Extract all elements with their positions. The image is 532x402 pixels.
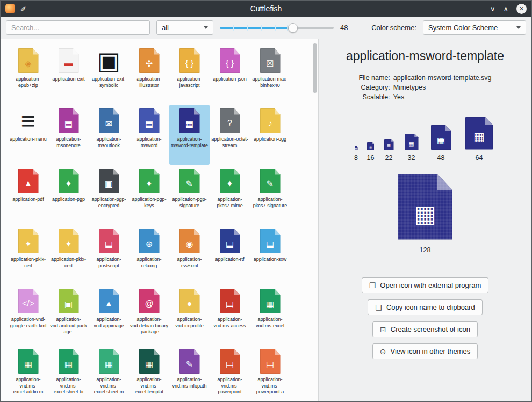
search-input[interactable] <box>6 20 150 35</box>
glyph-icon: ▤ <box>220 294 240 313</box>
icon-label: application-pgp <box>49 196 88 203</box>
icon-grid-item[interactable]: ▦application-vnd.ms-excel <box>250 285 290 345</box>
mimetype-icon: ▤ <box>56 108 82 134</box>
copy-button[interactable]: ❏Copy icon name to clipboard <box>368 299 482 315</box>
icon-grid-item[interactable]: ▦application-msword-template <box>169 105 210 165</box>
mimetype-icon: ▣ <box>96 48 122 74</box>
scrollbar-thumb[interactable] <box>313 43 317 93</box>
document-shape: ▤ <box>220 289 240 313</box>
mimetype-icon: </> <box>16 288 41 314</box>
icon-grid-item[interactable]: </>application-vnd-google-earth-kml <box>8 285 48 345</box>
icon-grid-item[interactable]: ▤application-rtf <box>210 225 250 285</box>
icon-grid-item[interactable]: ▣application-exit-symbolic <box>89 45 129 105</box>
icon-label: application-relaxng <box>130 257 169 269</box>
icon-grid-item[interactable]: ▤application-vnd.ms-access <box>210 285 250 345</box>
mimetype-icon: ▣ <box>96 168 122 194</box>
slider-fill <box>220 27 293 29</box>
color-scheme-dropdown[interactable]: System Color Scheme <box>423 20 526 35</box>
icon-grid-item[interactable]: ✎application-pkcs7-signature <box>250 165 290 225</box>
mimetype-icon: ▬ <box>56 48 82 74</box>
size-preview-8: ▦8 <box>354 146 358 162</box>
preview-icon: ▦ <box>354 146 358 150</box>
icon-label: application-vnd.android.package- <box>49 317 88 335</box>
icon-grid-item[interactable]: ✦application-pkcs7-mime <box>210 165 250 225</box>
icon-grid-item[interactable]: ▤application-msword <box>129 105 169 165</box>
icon-grid-item[interactable]: ▤application-msonenote <box>48 105 89 165</box>
icon-grid-item[interactable]: ☒application-mac-binhex40 <box>250 45 290 105</box>
glyph-icon: ▦ <box>367 144 374 150</box>
mimetype-icon: ✦ <box>56 168 82 194</box>
glyph-icon: @ <box>139 294 160 313</box>
icon-grid-item[interactable]: ▦application-vnd.ms-excel.sheet.m <box>89 345 129 401</box>
icon-grid-item[interactable]: ✎application-vnd.ms-infopath <box>169 345 210 401</box>
document-shape: ▦ <box>398 174 452 240</box>
icon-grid-item[interactable]: ◈application-epub+zip <box>8 45 48 105</box>
icon-grid-item[interactable]: ✦application-pkix-cert <box>48 225 89 285</box>
shade-button[interactable]: ∨ <box>490 5 495 12</box>
mimetype-icon: ≡ <box>16 108 41 134</box>
size-slider[interactable] <box>220 20 334 35</box>
icon-label: application-vnd.ms-powerpoint <box>211 377 249 396</box>
close-icon[interactable]: ✕ <box>516 4 527 14</box>
icon-grid-item[interactable]: { }application-json <box>210 45 250 105</box>
icon-label: application-octet-stream <box>211 136 249 149</box>
icon-grid-item[interactable]: ◉application-rss+xml <box>169 225 210 285</box>
document-shape: ▦ <box>59 349 79 374</box>
icon-grid-item[interactable]: ▲application-pdf <box>8 165 48 225</box>
slider-handle[interactable] <box>288 23 298 33</box>
icon-grid-item[interactable]: ▣application-pgp-encrypted <box>89 165 129 225</box>
icon-grid-item[interactable]: ✉application-msoutlook <box>89 105 129 165</box>
document-shape: ▦ <box>431 125 451 150</box>
folder-open-button[interactable]: ❐Open icon with external program <box>362 277 488 293</box>
icon-grid-item[interactable]: ▣application-vnd.android.package- <box>48 285 89 345</box>
slider-tick <box>275 25 276 31</box>
icon-grid-item[interactable]: ✣application-illustrator <box>129 45 169 105</box>
mimetype-icon: ▦ <box>56 348 82 374</box>
titlebar[interactable]: ✎ Cuttlefish ∨ ∧ ✕ <box>1 1 531 17</box>
document-shape: ● <box>179 289 200 313</box>
icon-grid-item[interactable]: ⊕application-relaxng <box>129 225 169 285</box>
icon-grid-item[interactable]: @application-vnd.debian.binary-package <box>129 285 169 345</box>
document-shape: ✣ <box>139 48 160 73</box>
pin-icon[interactable]: ✎ <box>19 6 27 12</box>
icon-grid-item[interactable]: ✦application-pkix-cerl <box>8 225 48 285</box>
view-themes-button[interactable]: ⊙View icon in other themes <box>372 343 478 359</box>
icon-grid-item[interactable]: ≡application-menu <box>8 105 48 165</box>
mimetype-icon: ▦ <box>257 288 283 314</box>
icon-grid-item[interactable]: ●application-vnd.iccprofile <box>169 285 210 345</box>
mimetype-icon: ✦ <box>56 228 82 254</box>
icon-grid-item[interactable]: ✦application-pgp <box>48 165 89 225</box>
icon-grid-item[interactable]: ▬application-exit <box>48 45 89 105</box>
field-value: Yes <box>393 93 492 101</box>
icon-grid-item[interactable]: ▦application-vnd.ms-excel.templat <box>129 345 169 401</box>
mimetype-icon: ◉ <box>177 228 203 254</box>
icon-grid-item[interactable]: ▤application-vnd.ms-powerpoint.a <box>250 345 290 401</box>
icon-grid-item[interactable]: ✎application-pgp-signature <box>169 165 210 225</box>
icon-label: application-vnd.ms-excel.sheet.m <box>90 377 128 396</box>
icon-grid-item[interactable]: { }application-javascript <box>169 45 210 105</box>
category-dropdown[interactable]: all <box>156 20 213 35</box>
mimetype-icon: ◈ <box>16 48 41 74</box>
document-shape: ▤ <box>220 349 240 374</box>
icon-grid-item[interactable]: ▤application-vnd.ms-powerpoint <box>210 345 250 401</box>
icon-label: application-vnd.appimage <box>90 317 128 329</box>
icon-grid-item[interactable]: ▦application-vnd.ms-excel.sheet.bi <box>48 345 89 401</box>
icon-grid-item[interactable]: ✦application-pgp-keys <box>129 165 169 225</box>
maximize-button[interactable]: ∧ <box>503 5 508 12</box>
icon-grid-item[interactable]: ♪application-ogg <box>250 105 290 165</box>
document-shape: ? <box>220 108 240 133</box>
screenshot-button[interactable]: ⊡Create screenshot of icon <box>372 321 478 337</box>
document-shape: ✦ <box>18 229 39 253</box>
icon-grid-item[interactable]: ?application-octet-stream <box>210 105 250 165</box>
mimetype-icon: ✦ <box>16 228 41 254</box>
icon-grid-item[interactable]: ▲application-vnd.appimage <box>89 285 129 345</box>
size-preview-48: ▦48 <box>428 125 454 162</box>
icon-grid-item[interactable]: ▤application-postscript <box>89 225 129 285</box>
icon-label: application-msoutlook <box>90 136 128 149</box>
icon-grid-item[interactable]: ▤application-sxw <box>250 225 290 285</box>
icon-label: application-exit-symbolic <box>90 76 128 89</box>
icon-label: application-pgp-encrypted <box>90 196 128 209</box>
scrollbar-track[interactable] <box>313 41 317 399</box>
icon-label: application-vnd.ms-excel.addin.m <box>9 377 48 396</box>
icon-grid-item[interactable]: ▦application-vnd.ms-excel.addin.m <box>8 345 48 401</box>
